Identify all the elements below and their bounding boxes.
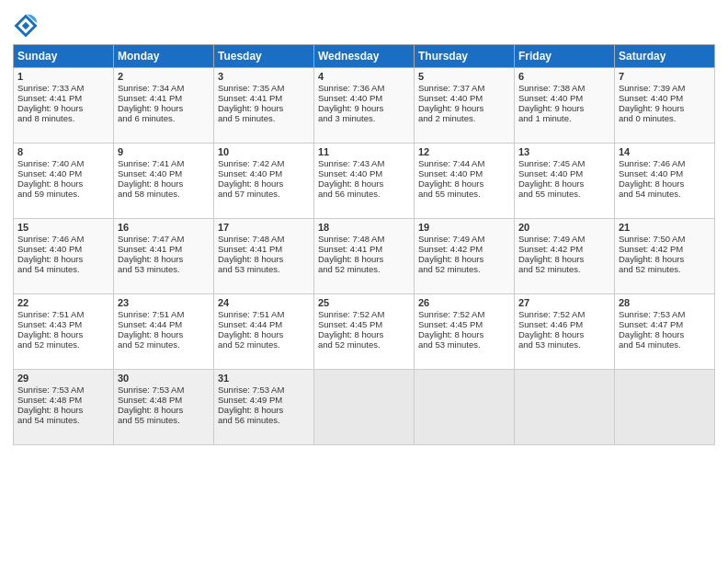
day-cell: 6Sunrise: 7:38 AMSunset: 4:40 PMDaylight… <box>515 68 615 144</box>
day-info: Daylight: 8 hours <box>619 178 711 189</box>
day-info: Daylight: 9 hours <box>619 103 711 113</box>
header-saturday: Saturday <box>615 45 715 68</box>
day-info: Sunset: 4:40 PM <box>518 168 610 178</box>
day-info: Daylight: 8 hours <box>218 254 310 264</box>
logo-icon <box>13 13 39 39</box>
day-number: 13 <box>518 146 610 157</box>
day-cell: 29Sunrise: 7:53 AMSunset: 4:48 PMDayligh… <box>14 370 114 445</box>
day-info: Daylight: 9 hours <box>418 103 510 113</box>
day-number: 12 <box>418 146 510 157</box>
day-info: Sunset: 4:45 PM <box>318 319 410 329</box>
day-info: and 52 minutes. <box>318 264 410 274</box>
header-tuesday: Tuesday <box>214 45 314 68</box>
day-info: Daylight: 8 hours <box>619 329 711 339</box>
day-info: Sunset: 4:42 PM <box>418 244 510 254</box>
day-cell: 20Sunrise: 7:49 AMSunset: 4:42 PMDayligh… <box>515 219 615 294</box>
day-cell: 18Sunrise: 7:48 AMSunset: 4:41 PMDayligh… <box>314 219 415 294</box>
week-row-2: 8Sunrise: 7:40 AMSunset: 4:40 PMDaylight… <box>14 144 715 219</box>
day-info: Sunrise: 7:53 AM <box>218 385 310 395</box>
day-info: and 53 minutes. <box>118 264 210 274</box>
day-number: 31 <box>218 373 310 384</box>
day-info: Sunset: 4:46 PM <box>518 319 610 329</box>
day-info: Sunset: 4:41 PM <box>17 93 109 103</box>
day-info: Daylight: 8 hours <box>318 329 410 339</box>
day-info: Daylight: 8 hours <box>17 178 109 189</box>
day-info: Sunset: 4:43 PM <box>17 319 109 329</box>
day-info: Sunset: 4:44 PM <box>118 319 210 329</box>
day-info: Sunset: 4:45 PM <box>418 319 510 329</box>
day-info: Sunrise: 7:34 AM <box>118 83 210 93</box>
day-info: Sunset: 4:41 PM <box>218 244 310 254</box>
day-info: Sunrise: 7:50 AM <box>619 234 711 244</box>
day-info: Sunset: 4:42 PM <box>619 244 711 254</box>
day-number: 21 <box>619 222 711 233</box>
day-cell: 12Sunrise: 7:44 AMSunset: 4:40 PMDayligh… <box>415 144 515 219</box>
day-info: and 6 minutes. <box>118 113 210 123</box>
day-number: 25 <box>318 297 410 308</box>
day-cell: 27Sunrise: 7:52 AMSunset: 4:46 PMDayligh… <box>515 294 615 370</box>
day-cell: 30Sunrise: 7:53 AMSunset: 4:48 PMDayligh… <box>114 370 214 445</box>
day-cell: 7Sunrise: 7:39 AMSunset: 4:40 PMDaylight… <box>615 68 715 144</box>
day-info: Daylight: 8 hours <box>218 329 310 339</box>
day-cell: 1Sunrise: 7:33 AMSunset: 4:41 PMDaylight… <box>14 68 114 144</box>
day-info: and 52 minutes. <box>218 339 310 350</box>
calendar-table: SundayMondayTuesdayWednesdayThursdayFrid… <box>13 44 715 445</box>
day-info: Sunset: 4:48 PM <box>17 395 109 405</box>
day-info: Daylight: 8 hours <box>17 254 109 264</box>
day-info: and 0 minutes. <box>619 113 711 123</box>
day-info: Sunset: 4:42 PM <box>518 244 610 254</box>
day-info: and 3 minutes. <box>318 113 410 123</box>
day-info: and 52 minutes. <box>418 264 510 274</box>
day-info: Sunrise: 7:35 AM <box>218 83 310 93</box>
day-info: and 55 minutes. <box>118 415 210 425</box>
day-info: Sunrise: 7:48 AM <box>318 234 410 244</box>
day-cell: 9Sunrise: 7:41 AMSunset: 4:40 PMDaylight… <box>114 144 214 219</box>
day-number: 15 <box>17 222 109 233</box>
day-info: Sunrise: 7:52 AM <box>518 309 610 319</box>
day-info: Daylight: 9 hours <box>118 103 210 113</box>
day-info: Daylight: 8 hours <box>118 329 210 339</box>
day-number: 4 <box>318 71 410 82</box>
day-info: Daylight: 8 hours <box>518 329 610 339</box>
header-monday: Monday <box>114 45 214 68</box>
day-number: 17 <box>218 222 310 233</box>
day-number: 22 <box>17 297 109 308</box>
day-number: 27 <box>518 297 610 308</box>
day-info: and 54 minutes. <box>619 339 711 350</box>
day-info: Sunrise: 7:40 AM <box>17 158 109 168</box>
header-thursday: Thursday <box>415 45 515 68</box>
day-info: Sunset: 4:40 PM <box>619 168 711 178</box>
day-info: Sunset: 4:41 PM <box>118 244 210 254</box>
day-info: Sunrise: 7:48 AM <box>218 234 310 244</box>
day-info: Sunrise: 7:51 AM <box>118 309 210 319</box>
day-info: Sunset: 4:44 PM <box>218 319 310 329</box>
day-number: 28 <box>619 297 711 308</box>
day-cell: 26Sunrise: 7:52 AMSunset: 4:45 PMDayligh… <box>415 294 515 370</box>
day-cell <box>515 370 615 445</box>
logo <box>13 13 42 39</box>
day-info: Sunrise: 7:33 AM <box>17 83 109 93</box>
day-info: Daylight: 8 hours <box>418 329 510 339</box>
day-number: 29 <box>17 373 109 384</box>
day-info: and 52 minutes. <box>118 339 210 350</box>
day-info: Sunrise: 7:44 AM <box>418 158 510 168</box>
day-info: and 52 minutes. <box>318 339 410 350</box>
day-info: Daylight: 8 hours <box>118 178 210 189</box>
day-info: Sunset: 4:41 PM <box>118 93 210 103</box>
day-info: Daylight: 9 hours <box>17 103 109 113</box>
day-cell: 19Sunrise: 7:49 AMSunset: 4:42 PMDayligh… <box>415 219 515 294</box>
day-cell: 4Sunrise: 7:36 AMSunset: 4:40 PMDaylight… <box>314 68 415 144</box>
day-cell: 23Sunrise: 7:51 AMSunset: 4:44 PMDayligh… <box>114 294 214 370</box>
day-info: Daylight: 8 hours <box>118 405 210 415</box>
page-container: SundayMondayTuesdayWednesdayThursdayFrid… <box>0 0 728 563</box>
header-friday: Friday <box>515 45 615 68</box>
day-info: and 56 minutes. <box>318 189 410 199</box>
day-info: Daylight: 9 hours <box>518 103 610 113</box>
week-row-1: 1Sunrise: 7:33 AMSunset: 4:41 PMDaylight… <box>14 68 715 144</box>
day-info: Daylight: 8 hours <box>418 254 510 264</box>
day-number: 30 <box>118 373 210 384</box>
day-cell: 3Sunrise: 7:35 AMSunset: 4:41 PMDaylight… <box>214 68 314 144</box>
day-cell: 8Sunrise: 7:40 AMSunset: 4:40 PMDaylight… <box>14 144 114 219</box>
day-info: Daylight: 8 hours <box>518 178 610 189</box>
day-info: Sunrise: 7:37 AM <box>418 83 510 93</box>
